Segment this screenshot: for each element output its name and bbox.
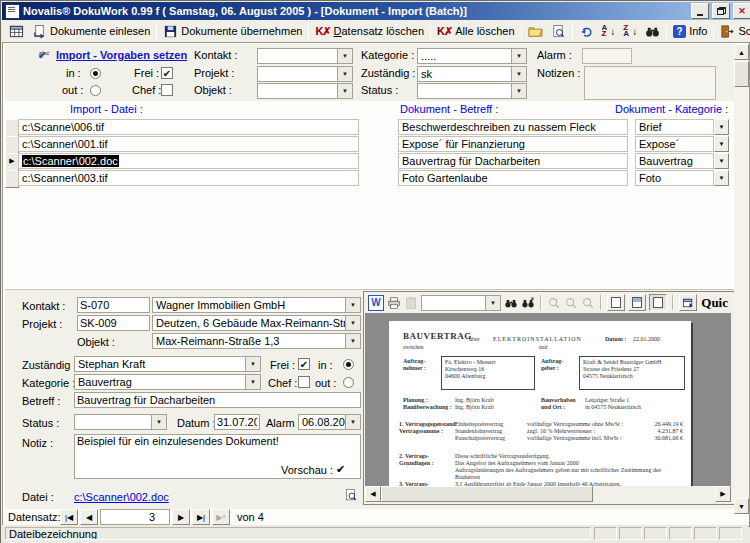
minimize-button[interactable] <box>691 3 709 19</box>
notizen-field[interactable] <box>584 66 716 100</box>
import-table-button[interactable] <box>5 23 28 40</box>
kategorie-dropdown-button[interactable]: ▼ <box>714 119 729 135</box>
chevron-down-icon[interactable]: ▼ <box>337 48 353 64</box>
dokumente-einlesen-button[interactable]: Dokumente einlesen <box>28 23 154 40</box>
scroll-left-button[interactable]: ◀ <box>365 486 381 502</box>
file-field[interactable]: c:\Scanner\003.tif <box>18 170 359 186</box>
chevron-down-icon[interactable]: ▼ <box>345 297 361 313</box>
print-icon[interactable] <box>387 296 401 310</box>
chevron-down-icon[interactable]: ▼ <box>485 295 501 311</box>
nav-next-button[interactable]: ▶ <box>172 509 190 525</box>
info-button[interactable]: ? Info <box>669 24 711 39</box>
kontakt-nr-input[interactable] <box>77 297 150 313</box>
close-button[interactable]: ✕ <box>733 3 750 19</box>
chevron-down-icon[interactable]: ▼ <box>245 374 261 390</box>
chevron-down-icon[interactable]: ▼ <box>151 414 167 430</box>
restore-button[interactable] <box>712 3 730 19</box>
view-normal-button[interactable] <box>628 294 646 311</box>
kategorie-dropdown-button[interactable]: ▼ <box>714 136 729 152</box>
kategorie-field[interactable]: Expose´ <box>635 136 714 152</box>
objekt-combo[interactable]: ▼ <box>257 83 353 99</box>
file-field[interactable]: c:\Scanne\006.tif <box>18 119 359 135</box>
view-layout-button[interactable] <box>649 294 667 311</box>
scrollbar-thumb[interactable] <box>734 61 749 87</box>
chevron-down-icon[interactable]: ▼ <box>345 333 361 349</box>
preview-search-combo[interactable]: ▼ <box>421 295 501 311</box>
kategorie-field[interactable]: Bauvertrag <box>635 153 714 169</box>
sort-az-button[interactable]: AZ↓ <box>598 24 620 38</box>
import-vorgaben-link[interactable]: Import - Vorgaben setzen <box>56 49 187 61</box>
kategorie-combo[interactable]: Bauvertrag ▼ <box>74 374 261 390</box>
preview-horizontal-scrollbar[interactable]: ◀ ▶ <box>365 486 731 502</box>
chevron-down-icon[interactable]: ▼ <box>511 83 527 99</box>
status-combo[interactable]: ▼ <box>417 83 527 99</box>
record-number-input[interactable] <box>100 509 170 525</box>
betreff-input[interactable] <box>74 392 361 408</box>
zustaendig-combo[interactable]: sk ▼ <box>417 66 527 82</box>
dokumente-uebernehmen-button[interactable]: Dokumente übernehmen <box>159 23 306 40</box>
betreff-field[interactable]: Bauvertrag für Dacharbeiten <box>398 153 628 169</box>
betreff-field[interactable]: Expose´ für Finanzierung <box>398 136 628 152</box>
projekt-name-combo[interactable]: Deutzen, 6 Gebäude Max-Reimann-Strasse ▼ <box>152 315 361 331</box>
frei-checkbox[interactable] <box>161 67 173 79</box>
scroll-down-button[interactable]: ▼ <box>734 498 749 514</box>
chef-checkbox[interactable] <box>161 84 173 96</box>
open-folder-button[interactable] <box>524 23 547 40</box>
chevron-down-icon[interactable]: ▼ <box>511 66 527 82</box>
chevron-down-icon[interactable]: ▼ <box>511 48 527 64</box>
schliessen-button[interactable]: Schließen <box>716 23 750 40</box>
nav-first-button[interactable]: |◀ <box>60 509 78 525</box>
nav-last-button[interactable]: ▶| <box>192 509 210 525</box>
out-radio[interactable] <box>343 377 354 388</box>
row-selector[interactable] <box>5 170 19 188</box>
frei-checkbox[interactable] <box>298 358 310 370</box>
chevron-down-icon[interactable]: ▼ <box>337 83 353 99</box>
in-radio[interactable] <box>90 68 101 79</box>
datei-link[interactable]: c:\Scanner\002.doc <box>74 491 169 503</box>
undo-button[interactable] <box>575 23 598 40</box>
out-radio[interactable] <box>90 85 101 96</box>
status-combo[interactable]: ▼ <box>74 414 167 430</box>
datei-preview-button[interactable] <box>342 486 360 504</box>
nav-prev-button[interactable]: ◀ <box>80 509 98 525</box>
sort-za-button[interactable]: ZA↓ <box>619 24 641 38</box>
betreff-field[interactable]: Foto Gartenlaube <box>398 170 628 186</box>
chevron-down-icon[interactable]: ▼ <box>345 315 361 331</box>
in-radio[interactable] <box>343 359 354 370</box>
view-draft-button[interactable] <box>607 294 625 311</box>
chevron-down-icon[interactable]: ▼ <box>337 66 353 82</box>
file-field[interactable]: c:\Scanner\002.doc <box>18 153 359 169</box>
kategorie-combo[interactable]: ..... ▼ <box>417 48 527 64</box>
datum-input[interactable] <box>214 414 260 430</box>
find-next-icon[interactable] <box>521 296 535 310</box>
alarm-field[interactable] <box>582 48 632 64</box>
zustaendig-combo[interactable]: Stephan Kraft ▼ <box>74 356 261 372</box>
search-button[interactable] <box>641 23 664 40</box>
scroll-up-button[interactable]: ▲ <box>734 44 749 60</box>
word-document-icon[interactable]: W <box>368 295 384 311</box>
row-selector-current[interactable]: ▶ <box>5 153 19 171</box>
nav-new-button[interactable]: ▶* <box>212 509 230 525</box>
projekt-combo[interactable]: ▼ <box>257 66 353 82</box>
objekt-combo[interactable]: Max-Reimann-Straße 1,3 ▼ <box>152 333 361 349</box>
kategorie-dropdown-button[interactable]: ▼ <box>714 153 729 169</box>
file-field[interactable]: c:\Scanner\001.tif <box>18 136 359 152</box>
find-icon[interactable] <box>504 296 518 310</box>
vorschau-check-icon[interactable]: ✔ <box>336 463 345 476</box>
projekt-nr-input[interactable] <box>77 315 150 331</box>
row-selector[interactable] <box>5 136 19 154</box>
kontakt-combo[interactable]: ▼ <box>257 48 353 64</box>
preview-button[interactable] <box>547 23 570 40</box>
datensatz-loeschen-button[interactable]: K✗ Datensatz löschen <box>311 24 428 39</box>
kategorie-field[interactable]: Foto <box>635 170 714 186</box>
preview-body[interactable]: BAUVERTRAG über ELEKTROINSTALLATION Datu… <box>365 313 731 486</box>
row-selector[interactable] <box>5 119 19 137</box>
open-external-button[interactable] <box>679 294 697 311</box>
kategorie-field[interactable]: Brief <box>635 119 714 135</box>
betreff-field[interactable]: Beschwerdeschreiben zu nassem Fleck <box>398 119 628 135</box>
chef-checkbox[interactable] <box>298 376 310 388</box>
alle-loeschen-button[interactable]: K✗ Alle löschen <box>433 24 519 39</box>
kategorie-dropdown-button[interactable]: ▼ <box>714 170 729 186</box>
scrollbar-thumb[interactable] <box>381 486 593 502</box>
chevron-down-icon[interactable]: ▼ <box>345 414 361 430</box>
